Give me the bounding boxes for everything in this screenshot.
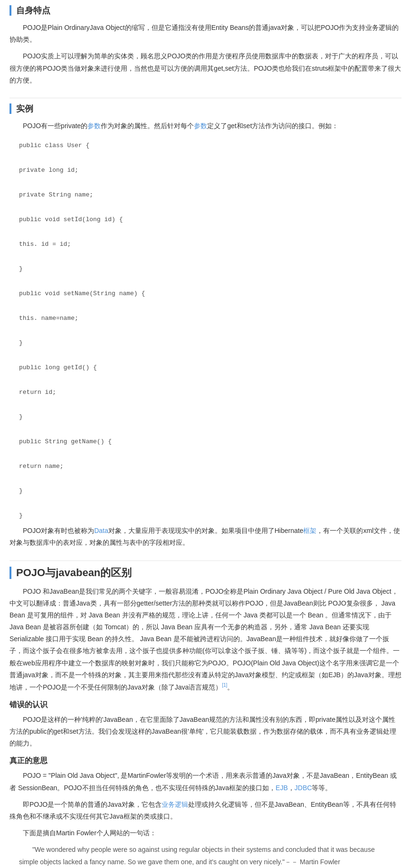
difference-title-text: POJO与javabean的区别 — [16, 566, 132, 580]
page-container: 自身特点 POJO是Plain OrdinaryJava Object的缩写，但… — [0, 0, 411, 868]
code-line-9: } — [19, 337, 392, 349]
code-line-blank-14 — [19, 473, 392, 485]
code-line-blank-1 — [19, 152, 392, 164]
self-features-para2: POJO实质上可以理解为简单的实体类，顾名思义POJO类的作用是方便程序员使用数… — [10, 50, 401, 86]
code-line-13: public String getName() { — [19, 436, 392, 448]
wrong-title: 错误的认识 — [10, 700, 401, 710]
code-line-16: } — [19, 510, 392, 522]
code-line-12: } — [19, 411, 392, 423]
true-para2: 即POJO是一个简单的普通的Java对象，它包含业务逻辑处理或持久化逻辑等，但不… — [10, 799, 401, 822]
code-line-11: return id; — [19, 386, 392, 399]
code-line-8: this. name=name; — [19, 312, 392, 325]
code-line-blank-3 — [19, 201, 392, 214]
code-line-blank-15 — [19, 497, 392, 510]
title-bar-decoration-2 — [10, 103, 11, 114]
self-features-section: 自身特点 POJO是Plain OrdinaryJava Object的缩写，但… — [0, 0, 411, 96]
hibernate-link[interactable]: 框架 — [303, 527, 316, 534]
code-line-5: this. id = id; — [19, 238, 392, 251]
code-line-4: public void setId(long id) { — [19, 214, 392, 226]
difference-para1: POJO 和JavaBean是我们常见的两个关键字，一般容易混淆，POJO全称是… — [10, 586, 401, 693]
self-features-title-text: 自身特点 — [16, 5, 50, 16]
code-line-6: } — [19, 263, 392, 275]
self-features-title: 自身特点 — [10, 5, 401, 16]
business-logic-link[interactable]: 业务逻辑 — [162, 801, 188, 808]
code-line-blank-2 — [19, 177, 392, 189]
ejb-link[interactable]: EJB — [276, 784, 288, 792]
data-link[interactable]: Data — [94, 527, 108, 534]
code-line-14: return name; — [19, 460, 392, 473]
code-line-3: private String name; — [19, 189, 392, 201]
title-bar-decoration — [10, 5, 11, 16]
code-line-blank-13 — [19, 448, 392, 460]
code-line-blank-7 — [19, 300, 392, 312]
title-bar-decoration-3 — [10, 567, 11, 579]
true-title: 真正的意思 — [10, 756, 401, 766]
true-para1: POJO = "Plain Old Java Object", 是MartinF… — [10, 770, 401, 793]
code-block: public class User { private long id; pri… — [10, 137, 401, 525]
jdbc-link[interactable]: JDBC — [295, 784, 312, 792]
quote-block-en: "We wondered why people were so against … — [19, 844, 392, 868]
code-line-blank-5 — [19, 251, 392, 263]
example-title-text: 实例 — [16, 103, 33, 114]
code-line-blank-4 — [19, 226, 392, 238]
self-features-para1: POJO是Plain OrdinaryJava Object的缩写，但是它通指没… — [10, 22, 401, 46]
footnote-ref: [1] — [222, 682, 227, 688]
code-line-10: public long getId() { — [19, 362, 392, 374]
quote-en-text: "We wondered why people were so against … — [19, 844, 392, 868]
difference-section: POJO与javabean的区别 POJO 和JavaBean是我们常见的两个关… — [0, 561, 411, 868]
code-line-2: private long id; — [19, 164, 392, 177]
example-outro: POJO对象有时也被称为Data对象，大量应用于表现现实中的对象。如果项目中使用… — [10, 525, 401, 549]
param-link-2[interactable]: 参数 — [194, 122, 207, 130]
code-line-15: } — [19, 485, 392, 497]
code-line-1: public class User { — [19, 140, 392, 152]
difference-title: POJO与javabean的区别 — [10, 566, 401, 580]
author-name-en: Martin Fowler — [300, 858, 340, 866]
example-title: 实例 — [10, 103, 401, 114]
code-line-blank-6 — [19, 275, 392, 288]
code-line-blank-8 — [19, 325, 392, 337]
code-line-7: public void setName(String name) { — [19, 288, 392, 300]
code-line-blank-12 — [19, 423, 392, 436]
quote-intro: 下面是摘自Martin Fowler个人网站的一句话： — [10, 827, 401, 839]
code-line-blank-10 — [19, 374, 392, 386]
example-intro: POJO有一些private的参数作为对象的属性。然后针对每个参数定义了get和… — [10, 120, 401, 132]
code-line-blank-11 — [19, 399, 392, 411]
example-section: 实例 POJO有一些private的参数作为对象的属性。然后针对每个参数定义了g… — [0, 98, 411, 559]
code-line-blank-9 — [19, 349, 392, 362]
param-link-1[interactable]: 参数 — [87, 122, 101, 130]
wrong-para: POJO是这样的一种'纯粹的'JavaBean，在它里面除了JavaBean规范… — [10, 714, 401, 750]
